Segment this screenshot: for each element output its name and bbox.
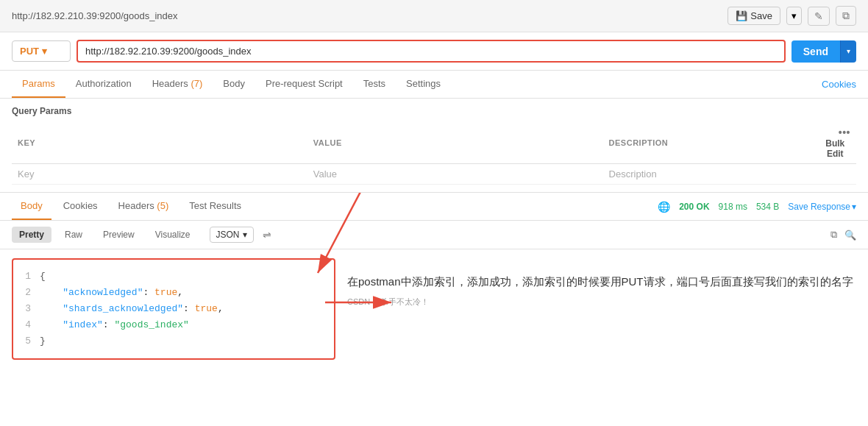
format-tab-visualize[interactable]: Visualize xyxy=(148,227,198,243)
query-params-title: Query Params xyxy=(12,106,856,116)
table-row: Key Value Description xyxy=(12,164,856,185)
response-tab-body[interactable]: Body xyxy=(12,193,51,220)
send-button-group: Send ▾ xyxy=(791,40,856,63)
code-content: { "acknowledged": true, "shards_acknowle… xyxy=(40,269,322,349)
row-actions xyxy=(814,164,856,185)
cookies-link[interactable]: Cookies xyxy=(822,71,856,97)
col-header-description: DESCRIPTION xyxy=(603,122,814,164)
format-tab-preview[interactable]: Preview xyxy=(96,227,142,243)
col-header-value: VALUE xyxy=(307,122,603,164)
format-type-selector[interactable]: JSON ▾ xyxy=(210,227,254,243)
method-selector[interactable]: PUT ▾ xyxy=(12,40,71,62)
save-icon: 💾 xyxy=(736,10,747,21)
title-bar-actions: 💾 Save ▾ ✎ ⧉ xyxy=(728,6,856,26)
value-cell[interactable]: Value xyxy=(307,164,603,185)
title-bar: http://182.92.210.39:9200/goods_index 💾 … xyxy=(0,0,868,32)
response-tab-test-results[interactable]: Test Results xyxy=(180,193,250,220)
params-table: KEY VALUE DESCRIPTION ••• Bulk Edit Key … xyxy=(12,122,856,185)
method-chevron-icon: ▾ xyxy=(42,46,47,57)
filter-icon[interactable]: ⇌ xyxy=(263,229,271,241)
tab-pre-request[interactable]: Pre-request Script xyxy=(255,71,353,98)
response-tab-headers[interactable]: Headers (5) xyxy=(110,193,178,220)
send-button[interactable]: Send xyxy=(791,40,840,63)
col-header-actions: ••• Bulk Edit xyxy=(814,122,856,164)
format-tab-pretty[interactable]: Pretty xyxy=(12,227,51,243)
response-status-bar: 🌐 200 OK 918 ms 534 B Save Response ▾ xyxy=(658,201,856,213)
bulk-edit-button[interactable]: Bulk Edit xyxy=(820,138,850,159)
search-icon[interactable]: 🔍 xyxy=(844,230,856,241)
send-dropdown-button[interactable]: ▾ xyxy=(840,40,856,63)
code-actions: ⧉ 🔍 xyxy=(830,229,856,241)
method-label: PUT xyxy=(20,46,39,57)
response-time: 918 ms xyxy=(719,202,747,212)
tab-params[interactable]: Params xyxy=(12,71,65,98)
status-code: 200 OK xyxy=(679,202,709,212)
annotation-area: 在postman中添加索引，添加成功，添加索引的时候要用PUT请求，端口号后面直… xyxy=(347,258,856,360)
response-size: 534 B xyxy=(756,202,779,212)
format-chevron-icon: ▾ xyxy=(243,230,247,240)
tab-settings[interactable]: Settings xyxy=(396,71,451,98)
description-cell[interactable]: Description xyxy=(603,164,814,185)
csdn-credit: CSDN @杀手不太冷！ xyxy=(347,297,856,308)
annotation-text: 在postman中添加索引，添加成功，添加索引的时候要用PUT请求，端口号后面直… xyxy=(347,273,856,291)
annotation-content: 在postman中添加索引，添加成功，添加索引的时候要用PUT请求，端口号后面直… xyxy=(347,273,856,308)
url-bar: PUT ▾ Send ▾ xyxy=(0,32,868,71)
url-input[interactable] xyxy=(77,40,786,63)
globe-icon: 🌐 xyxy=(658,201,670,213)
copy-icon[interactable]: ⧉ xyxy=(830,229,837,241)
request-tabs: Params Authorization Headers (7) Body Pr… xyxy=(0,71,868,99)
col-header-key: KEY xyxy=(12,122,307,164)
more-options-icon[interactable]: ••• xyxy=(839,127,850,138)
format-tab-raw[interactable]: Raw xyxy=(57,227,90,243)
tab-tests[interactable]: Tests xyxy=(353,71,396,98)
tab-authorization[interactable]: Authorization xyxy=(65,71,142,98)
line-numbers: 1 2 3 4 5 xyxy=(25,269,40,349)
code-block: 1 2 3 4 5 { "acknowledged": true, "shard… xyxy=(12,258,335,360)
duplicate-button[interactable]: ⧉ xyxy=(836,6,856,26)
tab-body[interactable]: Body xyxy=(213,71,255,98)
window-title: http://182.92.210.39:9200/goods_index xyxy=(12,10,178,21)
edit-button[interactable]: ✎ xyxy=(808,7,830,26)
response-tabs: Body Cookies Headers (5) Test Results 🌐 … xyxy=(0,193,868,221)
code-lines: 1 2 3 4 5 { "acknowledged": true, "shard… xyxy=(25,269,322,349)
save-response-button[interactable]: Save Response ▾ xyxy=(788,202,856,212)
save-dropdown-button[interactable]: ▾ xyxy=(786,7,802,25)
response-section: Body Cookies Headers (5) Test Results 🌐 … xyxy=(0,193,868,369)
save-button[interactable]: 💾 Save xyxy=(728,7,780,25)
key-cell[interactable]: Key xyxy=(12,164,307,185)
code-response-area: 1 2 3 4 5 { "acknowledged": true, "shard… xyxy=(0,249,868,369)
tab-headers[interactable]: Headers (7) xyxy=(142,71,213,98)
query-params-section: Query Params KEY VALUE DESCRIPTION ••• B… xyxy=(0,99,868,193)
response-tab-cookies[interactable]: Cookies xyxy=(54,193,107,220)
format-bar: Pretty Raw Preview Visualize JSON ▾ ⇌ ⧉ … xyxy=(0,221,868,249)
